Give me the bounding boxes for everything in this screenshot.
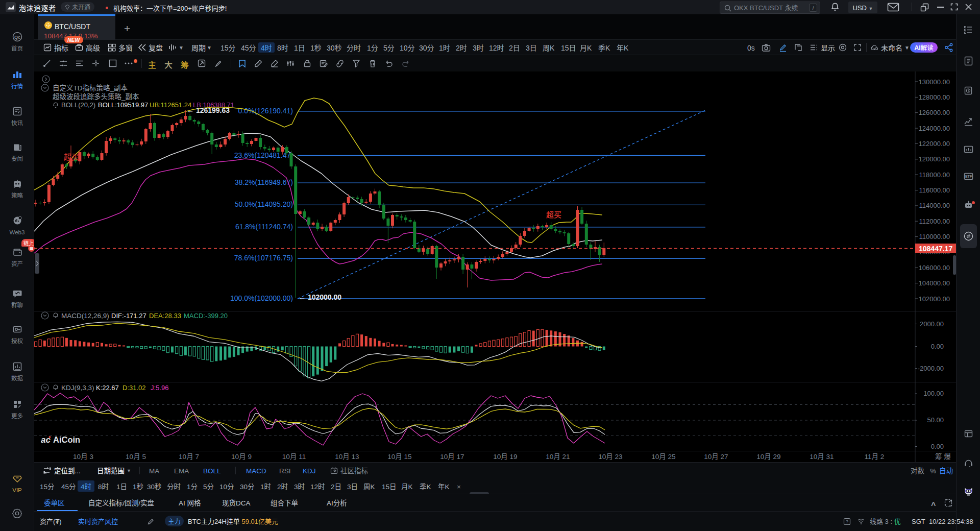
svg-text:10月 29: 10月 29 — [756, 451, 780, 461]
svg-text:130000.00: 130000.00 — [919, 77, 950, 86]
svg-text:50.00: 50.00 — [927, 415, 944, 424]
svg-text:DIF:-171.27: DIF:-171.27 — [111, 310, 146, 320]
svg-text:0.00: 0.00 — [931, 441, 944, 451]
svg-text:ETF: ETF — [965, 174, 972, 179]
svg-text:MACD(12,26,9): MACD(12,26,9) — [61, 310, 109, 320]
svg-text:50.0%(114095.20): 50.0%(114095.20) — [235, 199, 293, 209]
svg-text:UB:112651.24: UB:112651.24 — [150, 100, 191, 109]
svg-text:10月 21: 10月 21 — [546, 451, 570, 461]
svg-text:61.8%(111240.74): 61.8%(111240.74) — [235, 221, 293, 231]
svg-text:11月 2: 11月 2 — [865, 451, 885, 461]
svg-text:10月 9: 10月 9 — [231, 451, 252, 461]
svg-text:104000.00: 104000.00 — [919, 278, 950, 287]
svg-text:106000.00: 106000.00 — [919, 262, 950, 272]
svg-text:Qc: Qc — [14, 34, 20, 40]
svg-text:DEA:28.33: DEA:28.33 — [149, 310, 181, 320]
svg-text:112000.00: 112000.00 — [919, 216, 950, 226]
svg-text:126000.00: 126000.00 — [919, 107, 950, 117]
svg-text:120000.00: 120000.00 — [919, 154, 950, 163]
svg-text:J:5.96: J:5.96 — [151, 382, 168, 392]
svg-text:← 102000.00: ← 102000.00 — [299, 292, 341, 302]
svg-text:超买: 超买 — [64, 151, 79, 162]
svg-text:10月 15: 10月 15 — [387, 451, 411, 461]
svg-text:MACD:-399.20: MACD:-399.20 — [184, 310, 228, 320]
svg-text:筹 爆: 筹 爆 — [935, 451, 951, 461]
svg-text:110000.00: 110000.00 — [919, 231, 950, 241]
svg-text:114000.00: 114000.00 — [919, 200, 950, 210]
svg-text:100.0%(102000.00): 100.0%(102000.00) — [230, 293, 293, 303]
svg-text:BOLL(20,2): BOLL(20,2) — [61, 100, 95, 109]
svg-text:ac: ac — [41, 432, 51, 445]
svg-text:116000.00: 116000.00 — [919, 185, 950, 195]
svg-text:-2000.00: -2000.00 — [918, 363, 944, 373]
svg-text:10月 27: 10月 27 — [704, 451, 728, 461]
svg-text:KDJ(9,3,3): KDJ(9,3,3) — [61, 382, 94, 392]
svg-text:10月 23: 10月 23 — [598, 451, 622, 461]
svg-text:128000.00: 128000.00 — [919, 92, 950, 102]
svg-text:124000.00: 124000.00 — [919, 123, 950, 133]
svg-text:38.2%(116949.67): 38.2%(116949.67) — [235, 177, 293, 187]
svg-text:10月 25: 10月 25 — [651, 451, 675, 461]
svg-text:AiCoin: AiCoin — [53, 433, 80, 445]
svg-text:23.6%(120481.47): 23.6%(120481.47) — [234, 150, 293, 160]
svg-text:118000.00: 118000.00 — [919, 170, 950, 179]
svg-text:108447.17: 108447.17 — [919, 243, 952, 253]
svg-text:10月 13: 10月 13 — [335, 451, 359, 461]
svg-text:D:31.02: D:31.02 — [122, 382, 146, 392]
svg-text:10月 3: 10月 3 — [73, 451, 93, 461]
svg-text:102000.00: 102000.00 — [919, 294, 950, 303]
svg-text:10月 5: 10月 5 — [126, 451, 146, 461]
svg-text:10月 7: 10月 7 — [179, 451, 199, 461]
svg-text:2000.00: 2000.00 — [920, 319, 944, 328]
svg-text:10月 19: 10月 19 — [493, 451, 517, 461]
svg-text:100.00: 100.00 — [923, 388, 944, 398]
svg-text:122000.00: 122000.00 — [919, 138, 950, 148]
svg-text:?: ? — [846, 518, 848, 525]
svg-text:78.6%(107176.75): 78.6%(107176.75) — [234, 252, 293, 262]
svg-text:10月 17: 10月 17 — [440, 451, 464, 461]
svg-text:10月 11: 10月 11 — [282, 451, 306, 461]
svg-text:BOLL:109519.97: BOLL:109519.97 — [98, 100, 148, 109]
svg-text:0.0%(126190.41): 0.0%(126190.41) — [238, 105, 293, 115]
svg-text:10月 31: 10月 31 — [810, 451, 834, 461]
svg-text:0.00: 0.00 — [931, 341, 944, 351]
svg-text:LB:106388.71: LB:106388.71 — [193, 100, 234, 109]
svg-text:超买: 超买 — [546, 209, 561, 220]
svg-text:K:22.67: K:22.67 — [96, 382, 119, 392]
